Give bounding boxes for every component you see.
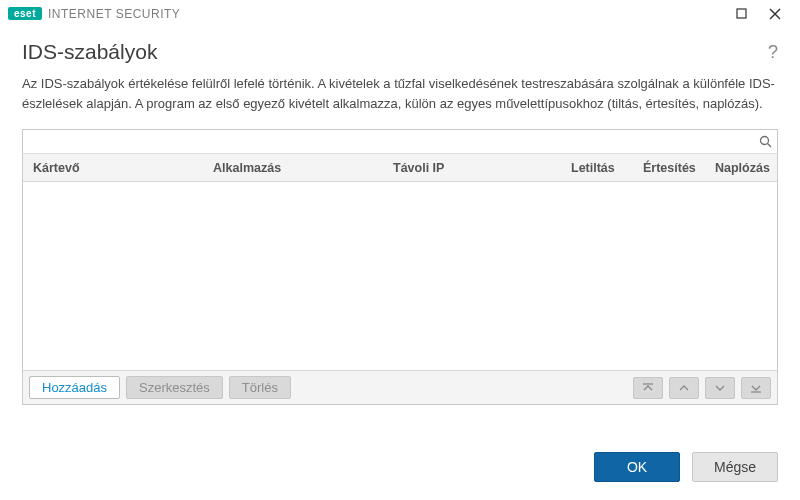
column-header-log[interactable]: Naplózás <box>705 161 777 175</box>
chevron-bottom-icon <box>750 382 762 394</box>
add-button[interactable]: Hozzáadás <box>29 376 120 399</box>
column-header-notify[interactable]: Értesítés <box>633 161 705 175</box>
move-bottom-button[interactable] <box>741 377 771 399</box>
table-header: Kártevő Alkalmazás Távoli IP Letiltás Ér… <box>23 154 777 182</box>
move-up-button[interactable] <box>669 377 699 399</box>
move-down-button[interactable] <box>705 377 735 399</box>
brand-badge: eset <box>8 7 42 20</box>
cancel-button[interactable]: Mégse <box>692 452 778 482</box>
delete-button[interactable]: Törlés <box>229 376 291 399</box>
window-maximize-button[interactable] <box>724 2 758 26</box>
square-icon <box>736 8 747 19</box>
search-icon <box>759 135 772 148</box>
titlebar: eset INTERNET SECURITY <box>0 0 800 28</box>
column-header-malware[interactable]: Kártevő <box>23 161 203 175</box>
column-header-application[interactable]: Alkalmazás <box>203 161 383 175</box>
search-input[interactable] <box>23 131 753 153</box>
edit-button[interactable]: Szerkesztés <box>126 376 223 399</box>
chevron-top-icon <box>642 382 654 394</box>
svg-point-3 <box>760 137 768 145</box>
column-header-block[interactable]: Letiltás <box>561 161 633 175</box>
rules-panel: Kártevő Alkalmazás Távoli IP Letiltás Ér… <box>22 129 778 405</box>
window-close-button[interactable] <box>758 2 792 26</box>
help-icon: ? <box>768 42 778 62</box>
table-body[interactable] <box>23 182 777 370</box>
help-button[interactable]: ? <box>768 42 778 63</box>
chevron-up-icon <box>678 382 690 394</box>
ok-button[interactable]: OK <box>594 452 680 482</box>
move-top-button[interactable] <box>633 377 663 399</box>
column-header-remote-ip[interactable]: Távoli IP <box>383 161 561 175</box>
svg-line-4 <box>767 144 771 148</box>
close-icon <box>769 8 781 20</box>
search-row <box>23 130 777 154</box>
dialog-footer: OK Mégse <box>594 452 778 482</box>
svg-rect-0 <box>737 9 746 18</box>
table-toolbar: Hozzáadás Szerkesztés Törlés <box>23 370 777 404</box>
brand-text: INTERNET SECURITY <box>48 7 180 21</box>
search-button[interactable] <box>753 131 777 153</box>
chevron-down-icon <box>714 382 726 394</box>
page-title: IDS-szabályok <box>22 40 157 64</box>
page-description: Az IDS-szabályok értékelése felülről lef… <box>22 74 778 113</box>
